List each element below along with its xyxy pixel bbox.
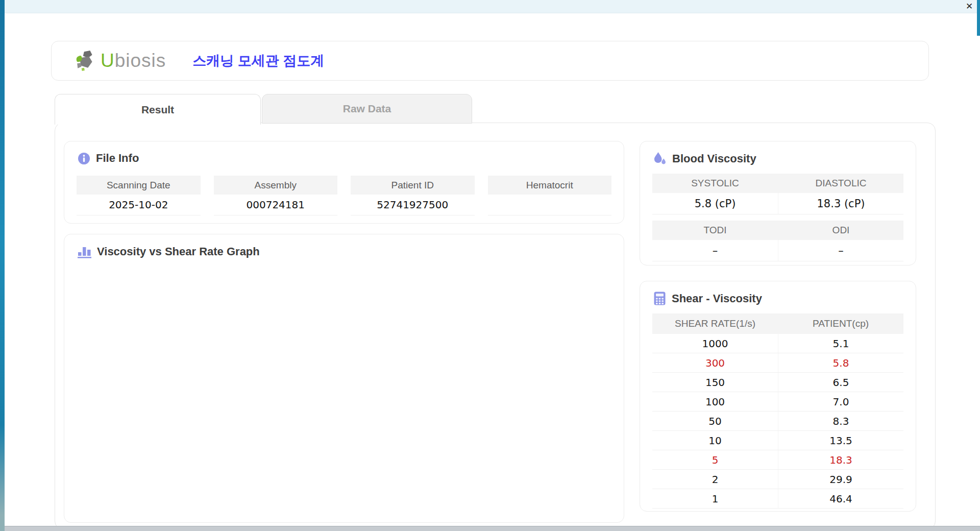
- logo-u: U: [101, 50, 115, 71]
- logo-biosis: biosis: [115, 50, 166, 71]
- viscosity-graph-card: Viscosity vs Shear Rate Graph: [64, 234, 624, 523]
- graph-title-row: Viscosity vs Shear Rate Graph: [64, 234, 624, 258]
- graph-title: Viscosity vs Shear Rate Graph: [97, 245, 260, 258]
- bv-value-systolic: 5.8 (cP): [652, 193, 778, 214]
- bv-value-odi: –: [778, 240, 903, 261]
- sv-column-patient-cp: PATIENT(cp): [778, 313, 903, 334]
- sv-patient-cell: 5.8: [778, 353, 903, 373]
- sv-patient-cell: 8.3: [778, 412, 903, 431]
- field-value: 52741927500: [351, 195, 475, 215]
- field-value: 000724181: [214, 195, 338, 215]
- sv-shear-rate-cell: 1: [652, 489, 778, 509]
- sv-shear-rate-cell: 1000: [652, 334, 778, 353]
- bv-header-todi: TODI: [652, 221, 778, 240]
- table-row: 229.9: [652, 470, 903, 489]
- sv-patient-cell: 6.5: [778, 373, 903, 392]
- field-value: [488, 195, 612, 215]
- ubiosis-logo-text: Ubiosis: [101, 50, 166, 71]
- sv-patient-cell: 7.0: [778, 392, 903, 412]
- shear-viscosity-card: Shear - Viscosity SHEAR RATE(1/s)PATIENT…: [640, 281, 916, 512]
- blood-viscosity-title: Blood Viscosity: [672, 152, 756, 165]
- bv-value-row: ––: [652, 240, 903, 261]
- sv-patient-cell: 46.4: [778, 489, 903, 509]
- sv-shear-rate-cell: 50: [652, 412, 778, 431]
- close-icon[interactable]: ✕: [964, 2, 975, 12]
- sv-shear-rate-cell: 300: [652, 353, 778, 373]
- tab-result[interactable]: Result: [55, 94, 261, 125]
- blood-viscosity-tables: SYSTOLICDIASTOLIC5.8 (cP)18.3 (cP)TODIOD…: [640, 165, 916, 261]
- sv-patient-cell: 18.3: [778, 450, 903, 470]
- app-header: Ubiosis 스캐닝 모세관 점도계: [51, 41, 929, 81]
- file-info-field-patient-id: Patient ID52741927500: [351, 176, 475, 215]
- sv-shear-rate-cell: 100: [652, 392, 778, 412]
- table-row: 1007.0: [652, 392, 903, 412]
- file-info-field-scanning-date: Scanning Date2025-10-02: [77, 176, 201, 215]
- blood-viscosity-title-row: Blood Viscosity: [640, 141, 916, 165]
- field-label: Patient ID: [351, 176, 475, 195]
- info-icon: [78, 152, 90, 165]
- sv-shear-rate-cell: 2: [652, 470, 778, 489]
- bv-table-1: TODIODI––: [652, 221, 903, 261]
- bv-value-diastolic: 18.3 (cP): [778, 193, 903, 214]
- sv-shear-rate-cell: 10: [652, 431, 778, 450]
- field-value: 2025-10-02: [77, 195, 201, 215]
- file-info-field-hematocrit: Hematocrit: [488, 176, 612, 215]
- bv-header-systolic: SYSTOLIC: [652, 174, 778, 193]
- table-row: 1506.5: [652, 373, 903, 392]
- field-label: Assembly: [214, 176, 338, 195]
- sv-patient-cell: 5.1: [778, 334, 903, 353]
- shear-table-header: SHEAR RATE(1/s)PATIENT(cp): [652, 313, 903, 334]
- file-info-title: File Info: [96, 152, 139, 165]
- tab-raw-data[interactable]: Raw Data: [262, 94, 472, 124]
- shear-viscosity-title: Shear - Viscosity: [672, 292, 762, 305]
- table-row: 1013.5: [652, 431, 903, 450]
- table-row: 10005.1: [652, 334, 903, 353]
- bv-header-row: SYSTOLICDIASTOLIC: [652, 174, 903, 193]
- desktop-edge-left: [0, 0, 5, 531]
- sv-shear-rate-cell: 5: [652, 450, 778, 470]
- droplets-icon: [653, 152, 667, 165]
- sv-shear-rate-cell: 150: [652, 373, 778, 392]
- sv-patient-cell: 13.5: [778, 431, 903, 450]
- bar-chart-icon: [78, 245, 91, 258]
- desktop-taskbar-edge: [0, 526, 980, 531]
- field-label: Hematocrit: [488, 176, 612, 195]
- field-label: Scanning Date: [77, 176, 201, 195]
- desktop-edge-right: [977, 0, 980, 36]
- file-info-title-row: File Info: [64, 141, 624, 165]
- table-row: 3005.8: [652, 353, 903, 373]
- table-row: 146.4: [652, 489, 903, 509]
- file-info-card: File Info Scanning Date2025-10-02Assembl…: [64, 141, 624, 224]
- bv-table-0: SYSTOLICDIASTOLIC5.8 (cP)18.3 (cP): [652, 174, 903, 214]
- table-row: 518.3: [652, 450, 903, 470]
- window-titlebar: ✕: [0, 0, 980, 13]
- bv-value-row: 5.8 (cP)18.3 (cP): [652, 193, 903, 214]
- calculator-icon: [653, 292, 666, 305]
- shear-table-body: 10005.13005.81506.51007.0508.31013.5518.…: [652, 334, 903, 509]
- file-info-fields: Scanning Date2025-10-02Assembly000724181…: [64, 176, 624, 215]
- shear-viscosity-title-row: Shear - Viscosity: [640, 281, 916, 305]
- app-title: 스캐닝 모세관 점도계: [192, 52, 324, 70]
- ubiosis-logo-icon: [75, 50, 96, 71]
- bv-header-row: TODIODI: [652, 221, 903, 240]
- bv-value-todi: –: [652, 240, 778, 261]
- bv-header-diastolic: DIASTOLIC: [778, 174, 903, 193]
- sv-column-shear-rate-1-s: SHEAR RATE(1/s): [652, 313, 778, 334]
- file-info-field-assembly: Assembly000724181: [214, 176, 338, 215]
- sv-patient-cell: 29.9: [778, 470, 903, 489]
- bv-header-odi: ODI: [778, 221, 903, 240]
- table-row: 508.3: [652, 412, 903, 431]
- blood-viscosity-card: Blood Viscosity SYSTOLICDIASTOLIC5.8 (cP…: [640, 141, 916, 266]
- shear-viscosity-table: SHEAR RATE(1/s)PATIENT(cp) 10005.13005.8…: [652, 313, 903, 509]
